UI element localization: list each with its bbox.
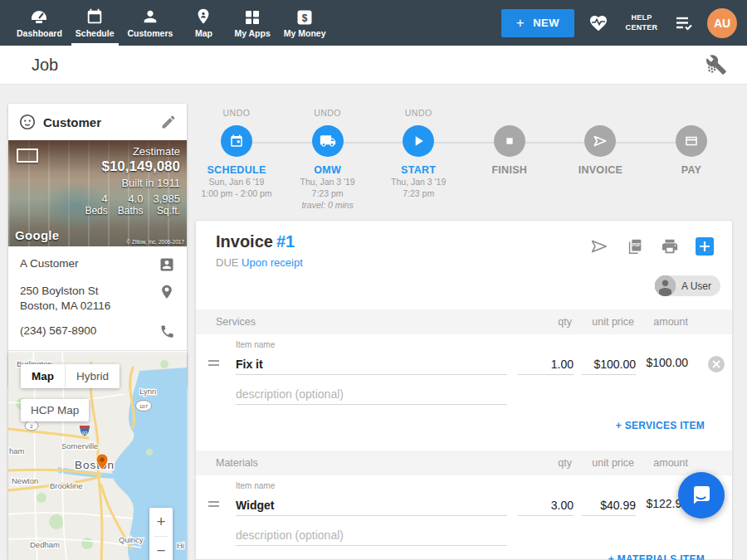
nav-my-apps[interactable]: My Apps: [227, 0, 276, 46]
unit-price-column-header: unit price: [592, 316, 634, 328]
svg-text:Quincy: Quincy: [119, 535, 144, 544]
undo-schedule-link[interactable]: UNDO: [223, 108, 251, 121]
finish-step-button[interactable]: [494, 125, 525, 157]
step-omw: UNDO OMW Thu, Jan 3 '19 7:23 pm travel: …: [286, 108, 369, 212]
send-invoice-icon[interactable]: [589, 237, 609, 256]
sqft-value: 3,985: [153, 192, 180, 205]
map-button[interactable]: Map: [21, 364, 65, 388]
nav-right-group: + NEW HELP CENTER AU: [501, 0, 737, 46]
invoice-step-button[interactable]: [584, 125, 616, 157]
new-button[interactable]: + NEW: [501, 9, 574, 37]
step-start: UNDO START Thu, Jan 3 '19 7:23 pm: [377, 108, 460, 212]
help-center-link[interactable]: HELP CENTER: [622, 13, 661, 32]
job-tools-icon[interactable]: [706, 54, 727, 75]
nav-my-apps-label: My Apps: [234, 28, 270, 38]
due-label: DUE: [216, 256, 238, 269]
svg-text:107: 107: [139, 404, 149, 409]
step-pay: PAY: [650, 108, 733, 212]
schedule-step-button[interactable]: [221, 125, 252, 157]
beds-label: Beds: [85, 205, 107, 217]
chat-launcher-button[interactable]: [678, 472, 725, 519]
pdf-icon[interactable]: PDF: [626, 237, 644, 256]
top-navbar: Dashboard Schedule Customers Map: [0, 0, 747, 46]
nav-map[interactable]: Map: [179, 0, 227, 46]
qty-column-header: qty: [558, 316, 572, 328]
invoice-due: DUE Upon receipt: [216, 256, 303, 269]
phone-icon[interactable]: [159, 324, 175, 339]
svg-text:Dedham: Dedham: [30, 540, 60, 549]
material-qty-input[interactable]: [518, 494, 574, 516]
list-check-icon[interactable]: [674, 15, 694, 32]
location-pin-icon[interactable]: [159, 284, 175, 300]
invoice-card: Invoice#1 DUE Upon receipt PDF A User: [195, 220, 733, 560]
unit-price-column-header: unit price: [592, 457, 634, 469]
customer-name-row: A Customer: [20, 256, 175, 273]
property-photo[interactable]: Zestimate $10,149,080 Built in 1911 4 4.…: [8, 140, 187, 246]
map-widget[interactable]: 93 107 2 Burlington Lynn Somerville Bost…: [8, 353, 187, 560]
assignee-chip[interactable]: A User: [655, 275, 720, 296]
material-unit-price-input[interactable]: [582, 494, 636, 516]
material-item-name-input[interactable]: [236, 494, 507, 516]
customer-name: A Customer: [20, 256, 79, 271]
service-qty-input[interactable]: [518, 353, 574, 375]
nav-map-label: Map: [195, 28, 212, 38]
hybrid-button[interactable]: Hybrid: [65, 364, 120, 388]
customer-card: Customer Zestimate $10,149,080 Built in …: [8, 104, 187, 387]
print-icon[interactable]: [661, 237, 679, 256]
zestimate-value: $10,149,080: [101, 158, 180, 175]
add-materials-item-link[interactable]: + MATERIALS ITEM: [608, 553, 705, 560]
dollar-icon: $: [296, 7, 313, 26]
amount-column-header: amount: [653, 316, 688, 328]
service-item-name-input[interactable]: [236, 353, 507, 375]
due-value-link[interactable]: Upon receipt: [242, 256, 303, 269]
delete-service-item-button[interactable]: [708, 356, 725, 373]
svg-text:Newton: Newton: [12, 476, 38, 485]
add-invoice-icon[interactable]: [696, 237, 714, 256]
service-description-input[interactable]: [236, 383, 507, 405]
nav-my-money[interactable]: $ My Money: [277, 0, 333, 46]
start-step-button[interactable]: [403, 125, 434, 157]
built-year: Built in 1911: [121, 177, 180, 189]
svg-text:Lynn: Lynn: [139, 387, 156, 396]
materials-header-bar: Materials qty unit price amount: [196, 450, 732, 475]
omw-step-button[interactable]: [312, 125, 344, 157]
add-services-item-link[interactable]: + SERVICES ITEM: [616, 420, 705, 431]
nav-dashboard[interactable]: Dashboard: [10, 0, 69, 46]
google-watermark: Google: [15, 228, 59, 242]
play-icon: [410, 133, 427, 149]
zoom-out-button[interactable]: −: [149, 537, 173, 560]
edit-pencil-icon[interactable]: [160, 114, 177, 130]
nav-customers[interactable]: Customers: [121, 0, 180, 46]
service-amount: $100.00: [646, 356, 688, 369]
health-pulse-icon[interactable]: [588, 13, 609, 33]
item-name-label: Item name: [236, 481, 275, 490]
material-description-input[interactable]: [236, 524, 507, 546]
beds-value: 4: [85, 192, 107, 205]
assignee-avatar-icon: [655, 275, 676, 296]
qty-column-header: qty: [558, 457, 572, 469]
svg-text:Brookline: Brookline: [50, 481, 83, 490]
customer-details: A Customer 250 Boylston St Boston, MA 02…: [8, 246, 187, 339]
map-pin-icon: [194, 7, 212, 26]
undo-omw-link[interactable]: UNDO: [314, 108, 341, 121]
services-section-label: Services: [216, 316, 256, 328]
property-stats: 4 4.0 3,985 Beds Baths Sq.ft.: [85, 192, 180, 217]
contact-card-icon[interactable]: [159, 256, 175, 273]
user-avatar[interactable]: AU: [707, 8, 737, 38]
drag-handle[interactable]: [208, 360, 219, 368]
stop-icon: [503, 134, 516, 148]
drag-handle[interactable]: [208, 501, 219, 509]
undo-start-link[interactable]: UNDO: [405, 108, 432, 121]
plus-icon: +: [516, 15, 525, 32]
hcp-map-button[interactable]: HCP Map: [21, 399, 89, 421]
pay-step-button[interactable]: [676, 125, 707, 157]
nav-my-money-label: My Money: [284, 28, 326, 38]
chat-bubble-icon: [689, 483, 714, 508]
item-name-label: Item name: [236, 340, 275, 349]
customer-address-row: 250 Boylston St Boston, MA 02116: [20, 284, 175, 313]
service-unit-price-input[interactable]: [582, 353, 636, 375]
nav-schedule[interactable]: Schedule: [69, 0, 121, 46]
nav-customers-label: Customers: [128, 28, 173, 38]
zoom-in-button[interactable]: +: [149, 508, 173, 536]
materials-section-label: Materials: [216, 457, 258, 469]
